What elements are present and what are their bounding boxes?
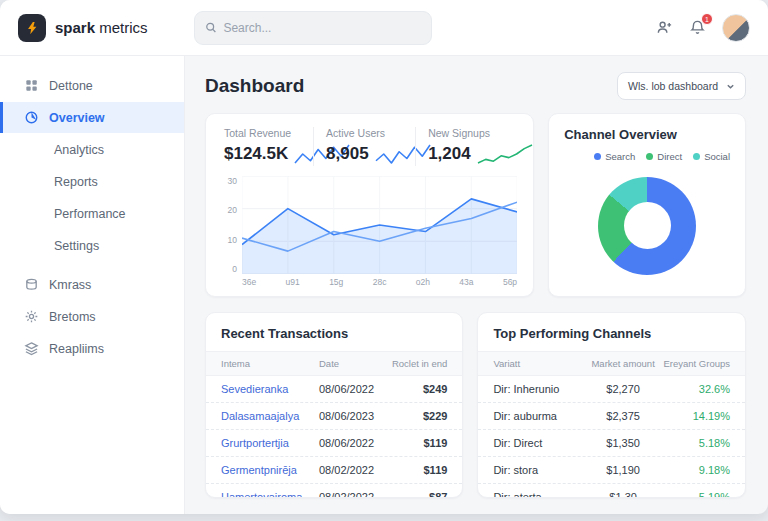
legend-label: Search [605,151,635,162]
transaction-amount: $87 [390,491,447,498]
column-header: Market amount [585,358,661,369]
donut-legend: Search Direct Social [564,151,730,162]
transaction-date: 08/06/2022 [319,437,390,449]
channel-overview-card: Channel Overview Search Direct Social [548,113,746,297]
table-header-row: Variatt Market amount Ereyant Groups [478,352,745,376]
legend-item-social: Social [693,151,730,162]
legend-label: Direct [657,151,682,162]
table-row: Dir: Inherunio $2,270 32.6% [478,376,745,403]
stat-value: 1,204 [428,144,471,164]
sidebar-item-label: Reapliims [49,342,104,356]
channel-growth: 14.19% [661,410,730,422]
top-channels-card: Top Performing Channels Variatt Market a… [477,312,746,498]
x-tick: 28c [373,277,387,288]
transaction-date: 08/02/2022 [319,464,390,476]
donut-chart [598,177,696,275]
sidebar-item-reports[interactable]: Reports [0,166,184,197]
channel-growth: 32.6% [661,383,730,395]
stat-label: New Signups [428,127,505,139]
stat-total-revenue: Total Revenue $124.5K [222,127,313,166]
transaction-name-link[interactable]: Hamertovairoma [221,491,319,498]
x-tick: u91 [286,277,300,288]
channel-amount: $1.30 [585,491,661,498]
legend-item-search: Search [594,151,635,162]
sidebar-item-overview[interactable]: Overview [0,102,184,133]
sidebar-item-label: Kmrass [49,278,91,292]
stat-active-users: Active Users 8,905 [313,127,415,166]
sidebar-item-label: Overview [49,111,105,125]
brand-light: metrics [99,19,147,36]
y-axis: 30 20 10 0 [222,176,242,288]
users-button[interactable] [656,19,673,36]
search-icon [205,21,217,34]
stat-value: $124.5K [224,144,288,164]
transaction-amount: $119 [390,437,447,449]
dashboard-select-label: Wls. lob dashboard [628,80,718,92]
column-header: Ereyant Groups [661,358,730,369]
transaction-amount: $249 [390,383,447,395]
area-chart-plot [242,176,517,274]
dashboard-select[interactable]: Wls. lob dashboard [617,72,746,100]
legend-dot [646,153,653,160]
channel-variant: Dir: auburma [493,410,585,422]
channel-amount: $1,350 [585,437,661,449]
channel-variant: Dir: stora [493,464,585,476]
users-icon [656,19,673,36]
x-tick: 56p [503,277,517,288]
pie-chart-icon [24,110,39,125]
card-title: Top Performing Channels [493,326,651,341]
brand-bold: spark [55,19,95,36]
table-row: Dir: Direct $1,350 5.18% [478,430,745,457]
notifications-button[interactable]: 1 [689,19,706,36]
sidebar-item-reapliims[interactable]: Reapliims [0,333,184,364]
transaction-amount: $229 [390,410,447,422]
sidebar-item-bretoms[interactable]: Bretoms [0,301,184,332]
brand-logo [18,14,46,42]
stat-label: Total Revenue [224,127,301,139]
column-header: Roclet in end [390,358,447,369]
column-header: Variatt [493,358,585,369]
sidebar-item-label: Analytics [54,143,104,157]
table-row: Dir: auburma $2,375 14.19% [478,403,745,430]
sidebar-item-label: Performance [54,207,126,221]
transaction-name-link[interactable]: Germentpnirēja [221,464,319,476]
y-tick: 0 [222,264,237,274]
sidebar-item-kmrass[interactable]: Kmrass [0,269,184,300]
sidebar-item-label: Reports [54,175,98,189]
x-axis-labels: 36eu9115g28co2h43a56p [242,274,517,288]
sidebar-item-performance[interactable]: Performance [0,198,184,229]
legend-item-direct: Direct [646,151,682,162]
database-icon [24,277,39,292]
search-input[interactable] [223,21,420,35]
signups-sparkline [477,142,533,166]
column-header: Date [319,358,390,369]
search-box[interactable] [194,11,432,45]
channel-amount: $2,270 [585,383,661,395]
column-header: Intema [221,358,319,369]
stat-value: 8,905 [326,144,369,164]
lightning-bolt-icon [25,21,39,35]
table-row: Dir: aterta $1.30 5.19% [478,484,745,498]
app-window: spark metrics 1 Dettone Overvie [0,0,768,514]
transaction-name-link[interactable]: Grurtportertjia [221,437,319,449]
x-tick: o2h [416,277,430,288]
sidebar-item-label: Bretoms [49,310,96,324]
transaction-date: 08/06/2022 [319,383,390,395]
transaction-name-link[interactable]: Sevedieranka [221,383,319,395]
channel-amount: $2,375 [585,410,661,422]
sidebar-item-analytics[interactable]: Analytics [0,134,184,165]
table-row: Dalasamaajalya 08/06/2023 $229 [206,403,462,430]
card-title: Recent Transactions [221,326,348,341]
gear-icon [24,309,39,324]
transaction-name-link[interactable]: Dalasamaajalya [221,410,319,422]
sidebar-item-label: Dettone [49,79,93,93]
sidebar-item-dettone[interactable]: Dettone [0,70,184,101]
brand-name: spark metrics [55,19,148,36]
x-tick: 36e [242,277,256,288]
avatar[interactable] [722,14,750,42]
legend-dot [693,153,700,160]
transaction-date: 08/02/2022 [319,491,390,498]
table-row: Germentpnirēja 08/02/2022 $119 [206,457,462,484]
sidebar-item-settings[interactable]: Settings [0,230,184,261]
channel-variant: Dir: Inherunio [493,383,585,395]
